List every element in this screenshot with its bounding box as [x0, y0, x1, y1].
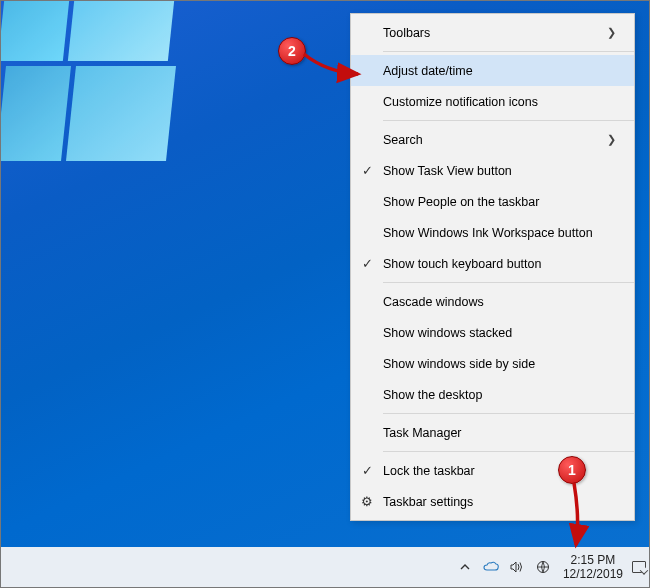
annotation-badge-1: 1: [558, 456, 586, 484]
menu-separator: [383, 413, 634, 414]
menu-item-label: Show Task View button: [383, 164, 620, 178]
check-icon: ✓: [351, 256, 383, 271]
menu-item-label: Toolbars: [383, 26, 602, 40]
menu-item-customize-notification-icons[interactable]: Customize notification icons: [351, 86, 634, 117]
annotation-badge-2: 2: [278, 37, 306, 65]
volume-icon[interactable]: [509, 559, 525, 575]
taskbar-time: 2:15 PM: [571, 553, 616, 567]
chevron-right-icon: ❯: [602, 133, 620, 146]
gear-icon: ⚙: [351, 494, 383, 509]
menu-separator: [383, 51, 634, 52]
menu-separator: [383, 451, 634, 452]
menu-item-label: Show the desktop: [383, 388, 620, 402]
action-center-icon[interactable]: [629, 547, 649, 587]
menu-item-adjust-date-time[interactable]: Adjust date/time: [351, 55, 634, 86]
check-icon: ✓: [351, 463, 383, 478]
menu-item-show-people-on-the-taskbar[interactable]: Show People on the taskbar: [351, 186, 634, 217]
menu-item-label: Show windows side by side: [383, 357, 620, 371]
menu-item-show-task-view-button[interactable]: ✓Show Task View button: [351, 155, 634, 186]
menu-item-task-manager[interactable]: Task Manager: [351, 417, 634, 448]
network-icon[interactable]: [535, 559, 551, 575]
menu-item-show-windows-ink-workspace-button[interactable]: Show Windows Ink Workspace button: [351, 217, 634, 248]
taskbar-clock[interactable]: 2:15 PM 12/12/2019: [557, 553, 629, 581]
menu-item-lock-the-taskbar[interactable]: ✓Lock the taskbar: [351, 455, 634, 486]
chevron-right-icon: ❯: [602, 26, 620, 39]
menu-item-label: Task Manager: [383, 426, 620, 440]
tray-chevron-up-icon[interactable]: [457, 559, 473, 575]
menu-item-label: Adjust date/time: [383, 64, 620, 78]
taskbar-context-menu: Toolbars❯Adjust date/timeCustomize notif…: [350, 13, 635, 521]
menu-item-toolbars[interactable]: Toolbars❯: [351, 17, 634, 48]
menu-item-show-touch-keyboard-button[interactable]: ✓Show touch keyboard button: [351, 248, 634, 279]
menu-item-label: Customize notification icons: [383, 95, 620, 109]
menu-separator: [383, 282, 634, 283]
menu-item-show-the-desktop[interactable]: Show the desktop: [351, 379, 634, 410]
menu-item-label: Show windows stacked: [383, 326, 620, 340]
taskbar[interactable]: 2:15 PM 12/12/2019: [1, 547, 649, 587]
onedrive-icon[interactable]: [483, 559, 499, 575]
menu-item-taskbar-settings[interactable]: ⚙Taskbar settings: [351, 486, 634, 517]
menu-item-show-windows-stacked[interactable]: Show windows stacked: [351, 317, 634, 348]
menu-item-label: Taskbar settings: [383, 495, 620, 509]
menu-item-cascade-windows[interactable]: Cascade windows: [351, 286, 634, 317]
menu-item-show-windows-side-by-side[interactable]: Show windows side by side: [351, 348, 634, 379]
menu-item-label: Show People on the taskbar: [383, 195, 620, 209]
menu-item-label: Show touch keyboard button: [383, 257, 620, 271]
windows-logo: [1, 1, 191, 166]
menu-item-label: Cascade windows: [383, 295, 620, 309]
check-icon: ✓: [351, 163, 383, 178]
menu-item-label: Search: [383, 133, 602, 147]
system-tray[interactable]: [451, 547, 557, 587]
menu-separator: [383, 120, 634, 121]
menu-item-label: Show Windows Ink Workspace button: [383, 226, 620, 240]
menu-item-search[interactable]: Search❯: [351, 124, 634, 155]
taskbar-date: 12/12/2019: [563, 567, 623, 581]
